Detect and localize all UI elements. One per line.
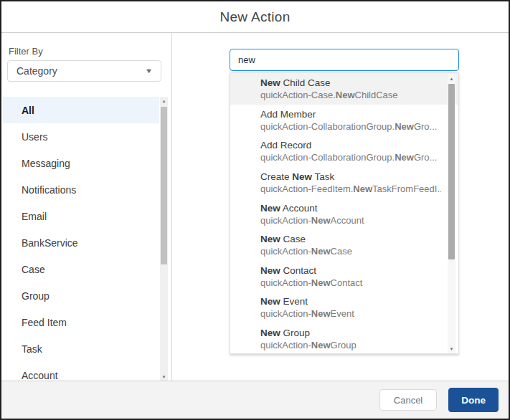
result-title: New Group	[260, 327, 441, 339]
modal-title: New Action	[219, 9, 290, 25]
result-subtitle: quickAction-NewGroup	[260, 339, 441, 351]
chevron-down-icon: ▼	[145, 67, 154, 75]
result-title: New Child Case	[260, 77, 441, 89]
result-item[interactable]: New Account quickAction-NewAccount	[230, 199, 458, 230]
search-input[interactable]	[230, 49, 459, 71]
category-list: AllUsersMessagingNotificationsEmailBankS…	[3, 97, 159, 382]
result-item[interactable]: New Event quickAction-NewEvent	[230, 292, 458, 323]
result-item[interactable]: Create New Task quickAction-FeedItem.New…	[230, 167, 458, 199]
search-results-dropdown: New Child Case quickAction-Case.NewChild…	[230, 72, 459, 354]
scroll-up-icon[interactable]: ▲	[448, 75, 455, 83]
result-subtitle: quickAction-NewContact	[260, 277, 441, 289]
results-scrollbar-thumb[interactable]	[448, 84, 455, 259]
result-item[interactable]: New Group quickAction-NewGroup	[230, 323, 458, 354]
category-item-notifications[interactable]: Notifications	[3, 176, 159, 203]
result-subtitle: quickAction-FeedItem.NewTaskFromFeedI...	[260, 183, 441, 195]
results-scrollbar[interactable]: ▲ ▼	[448, 75, 455, 353]
category-item-task[interactable]: Task	[3, 335, 159, 362]
filter-panel: Filter By Category ▼ AllUsersMessagingNo…	[1, 33, 172, 382]
result-title: New Event	[260, 295, 441, 307]
result-item[interactable]: Add Member quickAction-CollaborationGrou…	[230, 105, 458, 136]
category-item-case[interactable]: Case	[3, 256, 159, 282]
category-list-scrollbar[interactable]: ▲ ▼	[160, 97, 168, 381]
result-title: New Contact	[260, 264, 441, 277]
result-title: New Case	[260, 233, 441, 245]
result-title: Add Record	[260, 139, 441, 151]
result-list: New Child Case quickAction-Case.NewChild…	[230, 73, 458, 354]
category-item-email[interactable]: Email	[3, 203, 159, 229]
cancel-button[interactable]: Cancel	[379, 389, 437, 411]
filter-by-label: Filter By	[9, 46, 43, 57]
category-item-account[interactable]: Account	[3, 362, 159, 382]
result-subtitle: quickAction-Case.NewChildCase	[260, 89, 441, 101]
category-item-feed-item[interactable]: Feed Item	[3, 309, 159, 335]
category-item-messaging[interactable]: Messaging	[3, 150, 159, 176]
category-dropdown-value: Category	[16, 65, 57, 77]
category-item-all[interactable]: All	[3, 97, 159, 123]
result-title: Create New Task	[260, 171, 441, 183]
result-subtitle: quickAction-NewEvent	[260, 307, 441, 320]
result-item[interactable]: Add Record quickAction-CollaborationGrou…	[230, 135, 458, 167]
scroll-down-icon[interactable]: ▼	[448, 345, 455, 353]
new-action-modal: New Action Filter By Category ▼ AllUsers…	[0, 0, 510, 420]
result-title: Add Member	[260, 108, 441, 120]
category-scrollbar-thumb[interactable]	[161, 107, 167, 264]
result-item[interactable]: New Contact quickAction-NewContact	[230, 261, 458, 292]
modal-header: New Action	[1, 1, 509, 33]
scroll-up-icon[interactable]: ▲	[160, 97, 168, 105]
modal-footer: Cancel Done	[1, 381, 509, 419]
category-item-bankservice[interactable]: BankService	[3, 229, 159, 256]
done-button[interactable]: Done	[448, 388, 499, 412]
result-subtitle: quickAction-CollaborationGroup.NewGro...	[260, 120, 441, 133]
result-title: New Account	[260, 202, 441, 214]
result-item[interactable]: New Case quickAction-NewCase	[230, 229, 458, 261]
category-item-users[interactable]: Users	[3, 123, 159, 150]
category-item-group[interactable]: Group	[3, 282, 159, 309]
result-item[interactable]: New Child Case quickAction-Case.NewChild…	[230, 73, 458, 105]
result-subtitle: quickAction-NewCase	[260, 245, 441, 257]
result-subtitle: quickAction-NewAccount	[260, 214, 441, 226]
category-dropdown[interactable]: Category ▼	[7, 60, 161, 82]
result-subtitle: quickAction-CollaborationGroup.NewGro...	[260, 151, 441, 163]
